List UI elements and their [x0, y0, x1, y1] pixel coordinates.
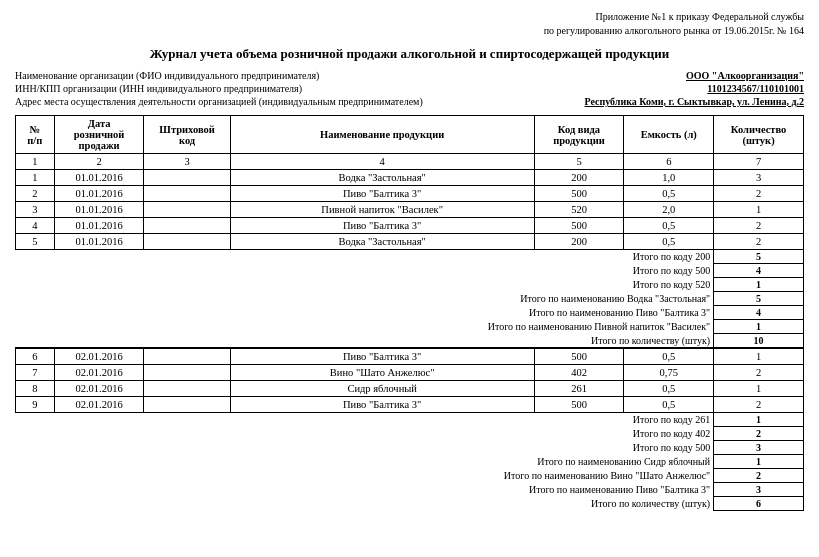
summary-label: Итого по наименованию Сидр яблочный [16, 455, 714, 469]
summary-label: Итого по коду 402 [16, 427, 714, 441]
summary-value: 2 [714, 427, 804, 441]
cell-date: 02.01.2016 [54, 397, 144, 413]
summary-value: 2 [714, 469, 804, 483]
summary-row: Итого по наименованию Пивной напиток "Ва… [16, 320, 804, 334]
col-headers-row: №п/п Датарозничнойпродажи Штриховойкод Н… [16, 116, 804, 154]
table-row: 7 02.01.2016 Вино "Шато Анжелюс" 402 0,7… [16, 365, 804, 381]
cell-num: 6 [16, 348, 55, 365]
table-row: 5 01.01.2016 Водка "Застольная" 200 0,5 … [16, 234, 804, 250]
summary-value: 6 [714, 497, 804, 511]
summary-label: Итого по коду 520 [16, 278, 714, 292]
summary-label: Итого по наименованию Вино "Шато Анжелюс… [16, 469, 714, 483]
cell-num: 7 [16, 365, 55, 381]
header-top: Приложение №1 к приказу Федеральной служ… [15, 10, 804, 38]
addr-value: Республика Коми, г. Сыктывкар, ул. Ленин… [585, 96, 805, 107]
cell-name: Сидр яблочный [230, 381, 534, 397]
cell-date: 02.01.2016 [54, 381, 144, 397]
cell-num: 4 [16, 218, 55, 234]
inn-label: ИНН/КПП организации (ИНН индивидуального… [15, 83, 302, 94]
summary-row: Итого по коду 402 2 [16, 427, 804, 441]
cell-num: 9 [16, 397, 55, 413]
table-row: 8 02.01.2016 Сидр яблочный 261 0,5 1 [16, 381, 804, 397]
cell-num: 3 [16, 202, 55, 218]
cell-barcode [144, 381, 230, 397]
cell-vol: 2,0 [624, 202, 714, 218]
cell-name: Пиво "Балтика 3" [230, 186, 534, 202]
summary-value: 5 [714, 292, 804, 306]
cell-barcode [144, 202, 230, 218]
cell-vol: 0,75 [624, 365, 714, 381]
summary-label: Итого по наименованию Пиво "Балтика 3" [16, 483, 714, 497]
cell-date: 01.01.2016 [54, 234, 144, 250]
summary-label: Итого по коду 200 [16, 250, 714, 264]
summary-row: Итого по количеству (штук) 6 [16, 497, 804, 511]
cell-qty: 1 [714, 202, 804, 218]
cell-barcode [144, 397, 230, 413]
cell-date: 01.01.2016 [54, 218, 144, 234]
cell-code: 500 [534, 348, 624, 365]
summary-row: Итого по наименованию Сидр яблочный 1 [16, 455, 804, 469]
cell-name: Пивной напиток "Василек" [230, 202, 534, 218]
summary-label: Итого по коду 500 [16, 441, 714, 455]
cell-code: 402 [534, 365, 624, 381]
cell-vol: 0,5 [624, 397, 714, 413]
cell-code: 200 [534, 170, 624, 186]
cell-date: 01.01.2016 [54, 202, 144, 218]
summary-label: Итого по наименованию Водка "Застольная" [16, 292, 714, 306]
summary-value: 1 [714, 320, 804, 334]
summary-row: Итого по наименованию Пиво "Балтика 3" 4 [16, 306, 804, 320]
cell-name: Водка "Застольная" [230, 170, 534, 186]
summary-row: Итого по коду 200 5 [16, 250, 804, 264]
cell-vol: 0,5 [624, 381, 714, 397]
table-row: 2 01.01.2016 Пиво "Балтика 3" 500 0,5 2 [16, 186, 804, 202]
summary-value: 3 [714, 441, 804, 455]
cell-name: Водка "Застольная" [230, 234, 534, 250]
cell-name: Пиво "Балтика 3" [230, 397, 534, 413]
summary-row: Итого по количеству (штук) 10 [16, 334, 804, 349]
cell-date: 01.01.2016 [54, 186, 144, 202]
col-header-vol: Емкость (л) [624, 116, 714, 154]
col-header-date: Датарозничнойпродажи [54, 116, 144, 154]
cn-4: 4 [230, 154, 534, 170]
cell-qty: 3 [714, 170, 804, 186]
col-header-barcode: Штриховойкод [144, 116, 230, 154]
summary-label: Итого по количеству (штук) [16, 497, 714, 511]
main-title: Журнал учета объема розничной продажи ал… [15, 46, 804, 62]
cell-name: Вино "Шато Анжелюс" [230, 365, 534, 381]
cell-vol: 0,5 [624, 234, 714, 250]
cell-qty: 2 [714, 218, 804, 234]
summary-value: 1 [714, 413, 804, 427]
cell-vol: 0,5 [624, 186, 714, 202]
cell-qty: 2 [714, 397, 804, 413]
summary-value: 3 [714, 483, 804, 497]
cn-7: 7 [714, 154, 804, 170]
cn-3: 3 [144, 154, 230, 170]
summary-row: Итого по коду 500 4 [16, 264, 804, 278]
cn-2: 2 [54, 154, 144, 170]
cell-barcode [144, 234, 230, 250]
org-info: Наименование организации (ФИО индивидуал… [15, 70, 804, 107]
cell-num: 8 [16, 381, 55, 397]
summary-value: 1 [714, 278, 804, 292]
col-header-num: №п/п [16, 116, 55, 154]
cell-name: Пиво "Балтика 3" [230, 218, 534, 234]
decree-line1: Приложение №1 к приказу Федеральной служ… [595, 11, 804, 22]
table-row: 4 01.01.2016 Пиво "Балтика 3" 500 0,5 2 [16, 218, 804, 234]
addr-label: Адрес места осуществления деятельности о… [15, 96, 423, 107]
cell-date: 02.01.2016 [54, 348, 144, 365]
cell-barcode [144, 170, 230, 186]
col-header-code: Код видапродукции [534, 116, 624, 154]
cell-vol: 0,5 [624, 218, 714, 234]
decree-line2: по регулированию алкогольного рынка от 1… [544, 25, 804, 36]
summary-value: 1 [714, 455, 804, 469]
cell-num: 2 [16, 186, 55, 202]
cell-qty: 1 [714, 381, 804, 397]
summary-row: Итого по наименованию Пиво "Балтика 3" 3 [16, 483, 804, 497]
cell-barcode [144, 218, 230, 234]
cn-6: 6 [624, 154, 714, 170]
cell-code: 500 [534, 186, 624, 202]
org-label: Наименование организации (ФИО индивидуал… [15, 70, 319, 81]
cell-barcode [144, 348, 230, 365]
summary-label: Итого по коду 261 [16, 413, 714, 427]
cell-vol: 1,0 [624, 170, 714, 186]
